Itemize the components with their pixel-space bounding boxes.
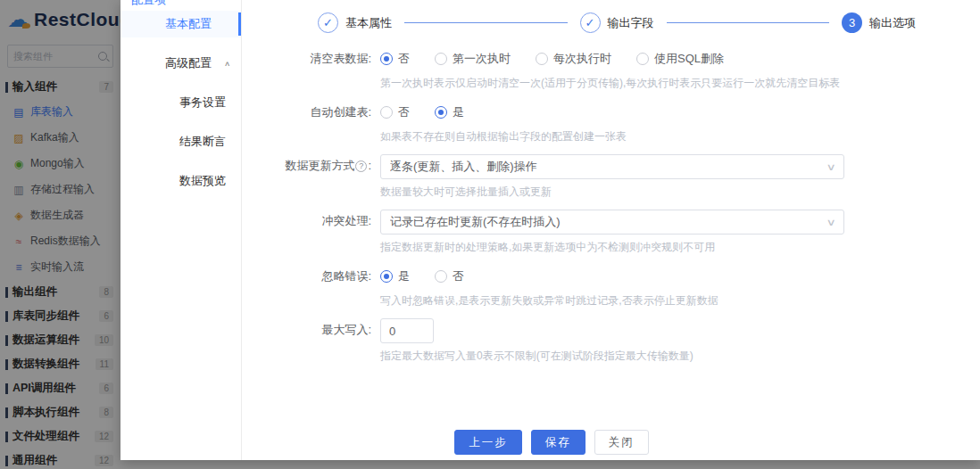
form-row-update-mode: 数据更新方式?: 逐条(更新、插入、删除)操作 ∨ 数据量较大时可选择批量插入或… — [243, 154, 980, 200]
config-content: ✓ 基本属性 ✓ 输出字段 3 输出选项 清空表数据: — [243, 0, 980, 460]
form-row-max-write: 最大写入: 指定最大数据写入量0表示不限制(可在测试阶段指定最大传输数量) — [243, 318, 980, 364]
chevron-down-icon: ∨ — [826, 217, 835, 228]
field-label: 数据更新方式?: — [243, 154, 380, 200]
radio-checked-icon[interactable] — [380, 270, 393, 283]
radio-unchecked-icon[interactable] — [536, 53, 548, 65]
radio-option-no[interactable]: 否 — [435, 268, 464, 284]
form-row-clear-table: 清空表数据: 否 第一次执时 每次执行时 — [243, 47, 980, 91]
select-value: 逐条(更新、插入、删除)操作 — [390, 159, 537, 175]
step-label: 输出选项 — [869, 15, 916, 31]
output-options-form: 清空表数据: 否 第一次执时 每次执行时 — [243, 33, 980, 364]
auto-create-radio-group: 否 是 — [380, 101, 844, 124]
radio-label[interactable]: 使用SQL删除 — [654, 51, 724, 67]
prev-step-button[interactable]: 上一步 — [454, 430, 522, 455]
form-row-conflict: 冲突处理: 记录已存在时更新(不存在时插入) ∨ 指定数据更新时的处理策略,如果… — [243, 210, 980, 255]
step-connector — [404, 22, 568, 23]
radio-label[interactable]: 否 — [398, 51, 410, 67]
radio-option-sql-delete[interactable]: 使用SQL删除 — [636, 51, 724, 67]
nav-item-data-preview[interactable]: 数据预览 — [120, 168, 241, 194]
output-options-dialog: 配置项 基本配置 高级配置 ∧ 事务设置 结果断言 数据预览 ✓ 基本属性 ✓ — [120, 0, 980, 460]
label-colon: : — [368, 159, 371, 172]
config-nav: 配置项 基本配置 高级配置 ∧ 事务设置 结果断言 数据预览 — [120, 0, 242, 460]
radio-label[interactable]: 是 — [453, 104, 464, 120]
radio-unchecked-icon[interactable] — [380, 106, 393, 119]
radio-option-yes[interactable]: 是 — [380, 268, 410, 284]
help-icon[interactable]: ? — [355, 160, 367, 172]
radio-unchecked-icon[interactable] — [435, 53, 447, 65]
step-label: 输出字段 — [608, 15, 654, 31]
radio-option-yes[interactable]: 是 — [435, 104, 464, 120]
step-label: 基本属性 — [345, 15, 392, 31]
radio-label[interactable]: 第一次执时 — [453, 51, 511, 67]
nav-item-label: 结果断言 — [179, 134, 226, 150]
form-row-auto-create: 自动创建表: 否 是 如果表不存在则自动根据输出字段的配置创建一张表 — [243, 101, 980, 144]
nav-item-label: 事务设置 — [179, 95, 226, 111]
nav-item-basic-config[interactable]: 基本配置 — [120, 11, 241, 37]
select-value: 记录已存在时更新(不存在时插入) — [390, 214, 561, 230]
clear-table-radio-group: 否 第一次执时 每次执行时 使用SQL删除 — [380, 47, 844, 70]
ignore-error-radio-group: 是 否 — [380, 265, 844, 288]
conflict-select[interactable]: 记录已存在时更新(不存在时插入) ∨ — [380, 210, 844, 234]
field-hint: 指定数据更新时的处理策略,如果更新选项中为不检测则冲突规则不可用 — [380, 240, 844, 255]
field-label: 清空表数据: — [243, 47, 380, 91]
update-mode-select[interactable]: 逐条(更新、插入、删除)操作 ∨ — [380, 154, 844, 179]
save-button[interactable]: 保存 — [531, 430, 586, 455]
nav-item-label: 基本配置 — [165, 16, 212, 32]
step-done-check-icon: ✓ — [580, 12, 601, 33]
radio-label[interactable]: 每次执行时 — [553, 51, 611, 67]
step-output-options[interactable]: 3 输出选项 — [842, 12, 916, 33]
collapse-arrow-icon: ∧ — [224, 60, 230, 68]
nav-item-label: 数据预览 — [179, 173, 226, 189]
radio-unchecked-icon[interactable] — [435, 270, 447, 283]
nav-item-transaction-settings[interactable]: 事务设置 — [120, 89, 241, 116]
field-hint: 如果表不存在则自动根据输出字段的配置创建一张表 — [380, 129, 844, 144]
nav-item-result-assertion[interactable]: 结果断言 — [120, 128, 241, 155]
radio-checked-icon[interactable] — [380, 53, 393, 65]
step-basic-attributes[interactable]: ✓ 基本属性 — [318, 12, 392, 33]
dialog-footer: 上一步 保存 关闭 — [243, 430, 860, 455]
radio-label[interactable]: 否 — [453, 268, 464, 284]
field-label: 忽略错误: — [243, 265, 380, 309]
nav-item-advanced-config[interactable]: 高级配置 ∧ — [120, 50, 241, 77]
max-write-input[interactable] — [380, 318, 434, 343]
field-hint: 第一次执时表示仅启动时清空一次(适用于分页传输),每次执行时表示只要运行一次就先… — [380, 76, 844, 91]
field-hint: 指定最大数据写入量0表示不限制(可在测试阶段指定最大传输数量) — [380, 349, 844, 364]
step-done-check-icon: ✓ — [318, 12, 338, 33]
radio-option-no[interactable]: 否 — [380, 51, 410, 67]
field-hint: 写入时忽略错误,是表示更新失败或异常时跳过记录,否表示停止更新数据 — [380, 293, 844, 309]
radio-label[interactable]: 是 — [398, 268, 410, 284]
step-output-fields[interactable]: ✓ 输出字段 — [580, 12, 654, 33]
field-label-text: 数据更新方式 — [285, 159, 354, 172]
wizard-steps: ✓ 基本属性 ✓ 输出字段 3 输出选项 — [243, 0, 980, 33]
step-connector — [667, 22, 830, 23]
radio-option-no[interactable]: 否 — [380, 104, 410, 120]
radio-option-every-run[interactable]: 每次执行时 — [536, 51, 611, 67]
chevron-down-icon: ∨ — [826, 161, 835, 173]
form-row-ignore-error: 忽略错误: 是 否 写入时忽略错误,是表示更新失败或异常时跳过记录,否表示停止更… — [243, 265, 980, 309]
step-number-badge: 3 — [842, 12, 862, 33]
field-label: 最大写入: — [243, 318, 380, 364]
radio-checked-icon[interactable] — [435, 106, 447, 119]
radio-label[interactable]: 否 — [398, 104, 410, 120]
config-nav-title: 配置项 — [131, 0, 166, 8]
close-button[interactable]: 关闭 — [594, 430, 649, 455]
field-label: 冲突处理: — [243, 210, 380, 255]
radio-unchecked-icon[interactable] — [636, 53, 649, 65]
nav-item-label: 高级配置 — [165, 55, 212, 71]
radio-option-first-run[interactable]: 第一次执时 — [435, 51, 511, 67]
field-label: 自动创建表: — [243, 101, 380, 144]
field-hint: 数据量较大时可选择批量插入或更新 — [380, 185, 844, 200]
